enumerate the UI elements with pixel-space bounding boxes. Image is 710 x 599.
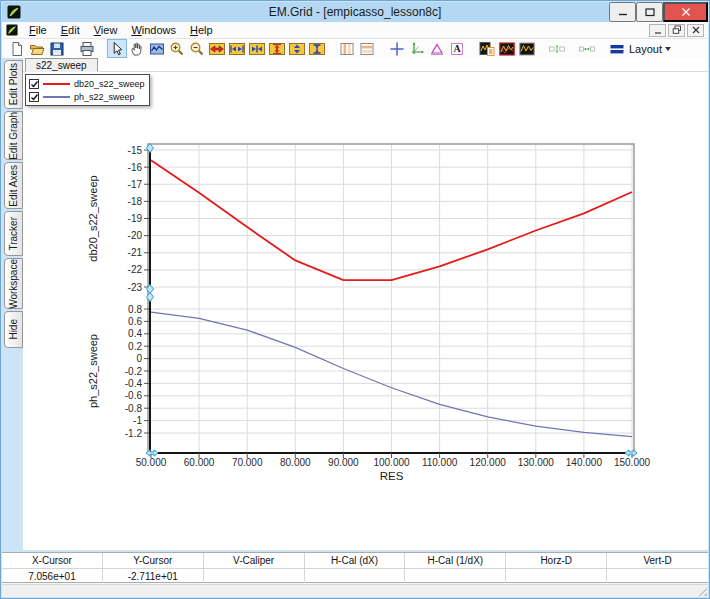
axes-icon	[409, 41, 425, 57]
y-tick-label: -20	[128, 230, 143, 241]
legend-entry[interactable]: db20_s22_sweep	[29, 77, 145, 90]
statusbar	[2, 584, 708, 597]
sidebar-tab-workspace[interactable]: Workspace	[4, 258, 23, 309]
crosshair-icon	[389, 41, 405, 57]
app-window: EM.Grid - [empicasso_lesson8c] FileEditV…	[0, 0, 710, 599]
menu-view[interactable]: View	[87, 23, 125, 37]
sidebar-tab-hide[interactable]: Hide	[4, 311, 23, 348]
print-icon	[79, 41, 95, 57]
cursor-column-header: Vert-D	[607, 553, 708, 568]
x-tick-label: 120.000	[470, 457, 507, 468]
cursor-column-value	[305, 568, 405, 583]
sidebar-tab-edit-graph[interactable]: Edit Graph	[4, 111, 23, 160]
layout-icon	[609, 41, 625, 57]
toolbar: Layout	[2, 39, 708, 58]
maximize-button[interactable]	[636, 2, 663, 22]
maximize-icon	[645, 7, 655, 17]
pointer-tool-button[interactable]	[107, 39, 127, 58]
zoom-region-button[interactable]	[147, 39, 167, 58]
mdi-close-button[interactable]	[687, 24, 704, 37]
text-icon	[449, 41, 465, 57]
resize-grip[interactable]	[697, 586, 707, 596]
zoom-in-button[interactable]	[167, 39, 187, 58]
caliper-button[interactable]	[427, 39, 447, 58]
sidebar-tab-edit-axes[interactable]: Edit Axes	[4, 162, 23, 209]
compress-y-icon	[309, 41, 325, 57]
y-tick-label: 0	[136, 353, 142, 364]
autoscale-y-icon	[289, 41, 305, 57]
toolbar-separator	[597, 48, 607, 49]
titlebar[interactable]: EM.Grid - [empicasso_lesson8c]	[2, 2, 708, 22]
layout-dropdown[interactable]: Layout	[607, 39, 675, 58]
menu-windows[interactable]: Windows	[124, 23, 183, 37]
close-button[interactable]	[663, 2, 708, 22]
tab-s22_sweep[interactable]: s22_sweep	[25, 58, 98, 72]
x-axis-right-handle[interactable]	[625, 450, 637, 456]
crosshair-button[interactable]	[387, 39, 407, 58]
y-tick-label: -16	[128, 162, 143, 173]
new-file-button[interactable]	[7, 39, 27, 58]
x-tick-label: 100.000	[373, 457, 410, 468]
checkmark-icon	[30, 93, 38, 101]
split-columns-button[interactable]	[337, 39, 357, 58]
text-annotation-button[interactable]	[447, 39, 467, 58]
autoscale-y-button[interactable]	[287, 39, 307, 58]
legend-checkbox[interactable]	[29, 92, 39, 102]
dropdown-caret-icon	[665, 47, 671, 51]
mdi-restore-button[interactable]	[668, 24, 685, 37]
x-tick-label: 110.000	[422, 457, 458, 468]
menu-file[interactable]: File	[22, 23, 54, 37]
y-tick-label: -0.2	[125, 366, 143, 377]
axes-tool-button[interactable]	[407, 39, 427, 58]
y-tick-label: -0.6	[125, 390, 143, 401]
print-button[interactable]	[77, 39, 97, 58]
app-logo-icon	[7, 5, 21, 19]
legend-entry[interactable]: ph_s22_sweep	[29, 90, 145, 103]
cursor-column-header: Y-Cursor	[103, 553, 203, 568]
save-button[interactable]	[47, 39, 67, 58]
sidebar-tab-tracker[interactable]: Tracker	[4, 211, 23, 256]
expand-x-button[interactable]	[207, 39, 227, 58]
sidebar-tab-edit-plots[interactable]: Edit Plots	[4, 60, 23, 109]
x-tick-label: 50.000	[136, 457, 167, 468]
x-tick-label: 70.000	[232, 457, 263, 468]
menu-edit[interactable]: Edit	[54, 23, 87, 37]
split-rows-button[interactable]	[357, 39, 377, 58]
y-tick-label: 0.6	[128, 316, 142, 327]
compress-x-button[interactable]	[247, 39, 267, 58]
trace-dark-button[interactable]	[497, 39, 517, 58]
new-document-icon	[9, 41, 25, 57]
trace-highlight-icon	[479, 41, 495, 57]
toolbar-separator	[67, 48, 77, 49]
align-vertical-button[interactable]	[547, 39, 567, 58]
open-file-button[interactable]	[27, 39, 47, 58]
align-horizontal-button[interactable]	[577, 39, 597, 58]
toolbar-separator	[377, 48, 387, 49]
mdi-minimize-button[interactable]	[649, 24, 666, 37]
pan-tool-button[interactable]	[127, 39, 147, 58]
cursor-column-value	[506, 568, 606, 583]
autoscale-x-button[interactable]	[227, 39, 247, 58]
delta-icon	[429, 41, 445, 57]
cursor-column-header: Horz-D	[506, 553, 606, 568]
window-title: EM.Grid - [empicasso_lesson8c]	[2, 5, 708, 19]
trace-dark2-icon	[519, 41, 535, 57]
legend-line-sample	[43, 83, 70, 85]
y-tick-label: -21	[128, 247, 143, 258]
cursor-column-header: H-Cal (dX)	[305, 553, 405, 568]
x-axis-title: RES	[380, 470, 404, 482]
trace-dark2-button[interactable]	[517, 39, 537, 58]
trace-highlight-button[interactable]	[477, 39, 497, 58]
minimize-button[interactable]	[609, 2, 636, 22]
menu-help[interactable]: Help	[183, 23, 220, 37]
cursor-column: Horz-D	[506, 553, 607, 583]
zoom-out-button[interactable]	[187, 39, 207, 58]
compress-y-button[interactable]	[307, 39, 327, 58]
y-tick-label: -0.8	[125, 403, 143, 414]
x-tick-label: 130.000	[518, 457, 555, 468]
legend-checkbox[interactable]	[29, 79, 39, 89]
zoom-in-icon	[169, 41, 185, 57]
expand-y-button[interactable]	[267, 39, 287, 58]
x-tick-label: 90.000	[328, 457, 359, 468]
toolbar-separator	[567, 48, 577, 49]
